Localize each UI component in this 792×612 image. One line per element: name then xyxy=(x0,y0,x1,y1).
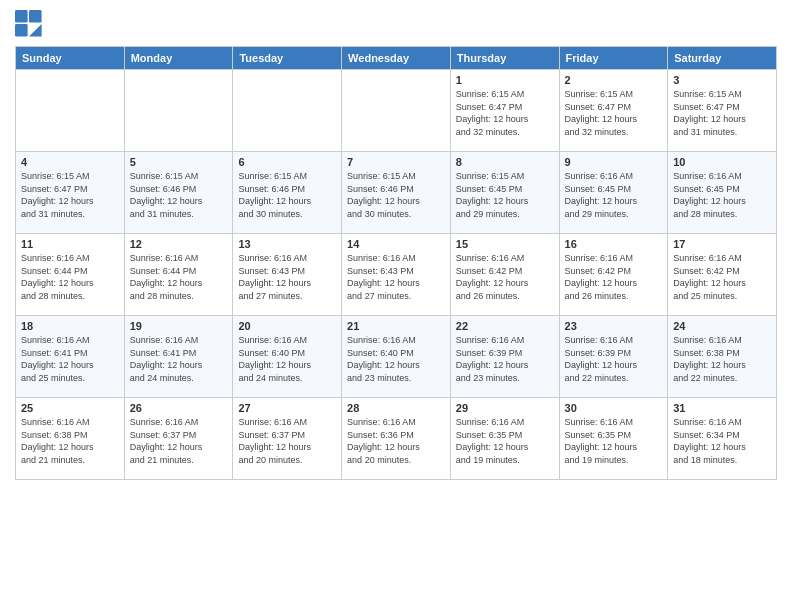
logo-icon xyxy=(15,10,43,38)
day-info: Sunrise: 6:16 AM Sunset: 6:42 PM Dayligh… xyxy=(673,252,771,302)
calendar-cell: 28Sunrise: 6:16 AM Sunset: 6:36 PM Dayli… xyxy=(342,398,451,480)
day-number: 6 xyxy=(238,156,336,168)
day-info: Sunrise: 6:15 AM Sunset: 6:46 PM Dayligh… xyxy=(130,170,228,220)
weekday-header: Wednesday xyxy=(342,47,451,70)
calendar-cell: 23Sunrise: 6:16 AM Sunset: 6:39 PM Dayli… xyxy=(559,316,668,398)
day-number: 17 xyxy=(673,238,771,250)
day-info: Sunrise: 6:16 AM Sunset: 6:38 PM Dayligh… xyxy=(21,416,119,466)
day-number: 23 xyxy=(565,320,663,332)
day-number: 2 xyxy=(565,74,663,86)
day-number: 12 xyxy=(130,238,228,250)
calendar-cell: 8Sunrise: 6:15 AM Sunset: 6:45 PM Daylig… xyxy=(450,152,559,234)
day-number: 13 xyxy=(238,238,336,250)
day-number: 29 xyxy=(456,402,554,414)
calendar-cell: 22Sunrise: 6:16 AM Sunset: 6:39 PM Dayli… xyxy=(450,316,559,398)
day-info: Sunrise: 6:15 AM Sunset: 6:46 PM Dayligh… xyxy=(347,170,445,220)
day-info: Sunrise: 6:16 AM Sunset: 6:38 PM Dayligh… xyxy=(673,334,771,384)
calendar-cell: 2Sunrise: 6:15 AM Sunset: 6:47 PM Daylig… xyxy=(559,70,668,152)
calendar-cell: 18Sunrise: 6:16 AM Sunset: 6:41 PM Dayli… xyxy=(16,316,125,398)
calendar-header-row: SundayMondayTuesdayWednesdayThursdayFrid… xyxy=(16,47,777,70)
day-number: 27 xyxy=(238,402,336,414)
calendar-cell: 29Sunrise: 6:16 AM Sunset: 6:35 PM Dayli… xyxy=(450,398,559,480)
calendar-cell: 19Sunrise: 6:16 AM Sunset: 6:41 PM Dayli… xyxy=(124,316,233,398)
day-info: Sunrise: 6:16 AM Sunset: 6:45 PM Dayligh… xyxy=(565,170,663,220)
calendar-week-row: 25Sunrise: 6:16 AM Sunset: 6:38 PM Dayli… xyxy=(16,398,777,480)
logo xyxy=(15,10,47,38)
day-info: Sunrise: 6:16 AM Sunset: 6:34 PM Dayligh… xyxy=(673,416,771,466)
day-info: Sunrise: 6:16 AM Sunset: 6:41 PM Dayligh… xyxy=(21,334,119,384)
day-number: 1 xyxy=(456,74,554,86)
day-number: 19 xyxy=(130,320,228,332)
day-number: 22 xyxy=(456,320,554,332)
svg-marker-4 xyxy=(29,24,36,31)
day-number: 28 xyxy=(347,402,445,414)
calendar-cell: 9Sunrise: 6:16 AM Sunset: 6:45 PM Daylig… xyxy=(559,152,668,234)
day-number: 15 xyxy=(456,238,554,250)
day-info: Sunrise: 6:16 AM Sunset: 6:37 PM Dayligh… xyxy=(130,416,228,466)
day-info: Sunrise: 6:15 AM Sunset: 6:47 PM Dayligh… xyxy=(456,88,554,138)
day-info: Sunrise: 6:16 AM Sunset: 6:39 PM Dayligh… xyxy=(565,334,663,384)
calendar-cell xyxy=(342,70,451,152)
day-info: Sunrise: 6:16 AM Sunset: 6:45 PM Dayligh… xyxy=(673,170,771,220)
calendar-cell: 31Sunrise: 6:16 AM Sunset: 6:34 PM Dayli… xyxy=(668,398,777,480)
day-number: 21 xyxy=(347,320,445,332)
calendar-cell: 7Sunrise: 6:15 AM Sunset: 6:46 PM Daylig… xyxy=(342,152,451,234)
day-info: Sunrise: 6:16 AM Sunset: 6:41 PM Dayligh… xyxy=(130,334,228,384)
day-info: Sunrise: 6:16 AM Sunset: 6:36 PM Dayligh… xyxy=(347,416,445,466)
day-number: 18 xyxy=(21,320,119,332)
svg-rect-0 xyxy=(15,10,28,23)
calendar-cell xyxy=(124,70,233,152)
calendar-cell: 30Sunrise: 6:16 AM Sunset: 6:35 PM Dayli… xyxy=(559,398,668,480)
svg-rect-1 xyxy=(29,10,42,23)
calendar-cell: 27Sunrise: 6:16 AM Sunset: 6:37 PM Dayli… xyxy=(233,398,342,480)
day-number: 24 xyxy=(673,320,771,332)
calendar-cell: 13Sunrise: 6:16 AM Sunset: 6:43 PM Dayli… xyxy=(233,234,342,316)
day-info: Sunrise: 6:15 AM Sunset: 6:47 PM Dayligh… xyxy=(565,88,663,138)
day-info: Sunrise: 6:16 AM Sunset: 6:40 PM Dayligh… xyxy=(347,334,445,384)
day-info: Sunrise: 6:16 AM Sunset: 6:44 PM Dayligh… xyxy=(21,252,119,302)
weekday-header: Saturday xyxy=(668,47,777,70)
day-info: Sunrise: 6:16 AM Sunset: 6:35 PM Dayligh… xyxy=(456,416,554,466)
day-number: 14 xyxy=(347,238,445,250)
day-number: 31 xyxy=(673,402,771,414)
day-info: Sunrise: 6:16 AM Sunset: 6:35 PM Dayligh… xyxy=(565,416,663,466)
calendar-week-row: 18Sunrise: 6:16 AM Sunset: 6:41 PM Dayli… xyxy=(16,316,777,398)
calendar-week-row: 11Sunrise: 6:16 AM Sunset: 6:44 PM Dayli… xyxy=(16,234,777,316)
day-info: Sunrise: 6:16 AM Sunset: 6:43 PM Dayligh… xyxy=(347,252,445,302)
weekday-header: Thursday xyxy=(450,47,559,70)
calendar-cell: 26Sunrise: 6:16 AM Sunset: 6:37 PM Dayli… xyxy=(124,398,233,480)
day-number: 10 xyxy=(673,156,771,168)
day-number: 3 xyxy=(673,74,771,86)
day-number: 20 xyxy=(238,320,336,332)
weekday-header: Sunday xyxy=(16,47,125,70)
day-info: Sunrise: 6:15 AM Sunset: 6:47 PM Dayligh… xyxy=(673,88,771,138)
weekday-header: Friday xyxy=(559,47,668,70)
day-info: Sunrise: 6:16 AM Sunset: 6:39 PM Dayligh… xyxy=(456,334,554,384)
day-info: Sunrise: 6:16 AM Sunset: 6:37 PM Dayligh… xyxy=(238,416,336,466)
calendar-cell: 21Sunrise: 6:16 AM Sunset: 6:40 PM Dayli… xyxy=(342,316,451,398)
day-number: 5 xyxy=(130,156,228,168)
calendar-cell: 1Sunrise: 6:15 AM Sunset: 6:47 PM Daylig… xyxy=(450,70,559,152)
calendar-table: SundayMondayTuesdayWednesdayThursdayFrid… xyxy=(15,46,777,480)
day-number: 4 xyxy=(21,156,119,168)
calendar-cell: 25Sunrise: 6:16 AM Sunset: 6:38 PM Dayli… xyxy=(16,398,125,480)
day-number: 8 xyxy=(456,156,554,168)
day-info: Sunrise: 6:15 AM Sunset: 6:46 PM Dayligh… xyxy=(238,170,336,220)
header xyxy=(15,10,777,38)
calendar-cell xyxy=(233,70,342,152)
day-info: Sunrise: 6:15 AM Sunset: 6:45 PM Dayligh… xyxy=(456,170,554,220)
calendar-week-row: 4Sunrise: 6:15 AM Sunset: 6:47 PM Daylig… xyxy=(16,152,777,234)
day-info: Sunrise: 6:16 AM Sunset: 6:43 PM Dayligh… xyxy=(238,252,336,302)
day-number: 11 xyxy=(21,238,119,250)
calendar-cell: 16Sunrise: 6:16 AM Sunset: 6:42 PM Dayli… xyxy=(559,234,668,316)
day-info: Sunrise: 6:16 AM Sunset: 6:40 PM Dayligh… xyxy=(238,334,336,384)
calendar-cell: 24Sunrise: 6:16 AM Sunset: 6:38 PM Dayli… xyxy=(668,316,777,398)
day-number: 7 xyxy=(347,156,445,168)
day-number: 26 xyxy=(130,402,228,414)
weekday-header: Monday xyxy=(124,47,233,70)
day-info: Sunrise: 6:16 AM Sunset: 6:44 PM Dayligh… xyxy=(130,252,228,302)
day-number: 9 xyxy=(565,156,663,168)
day-number: 30 xyxy=(565,402,663,414)
day-info: Sunrise: 6:16 AM Sunset: 6:42 PM Dayligh… xyxy=(456,252,554,302)
calendar-cell: 10Sunrise: 6:16 AM Sunset: 6:45 PM Dayli… xyxy=(668,152,777,234)
